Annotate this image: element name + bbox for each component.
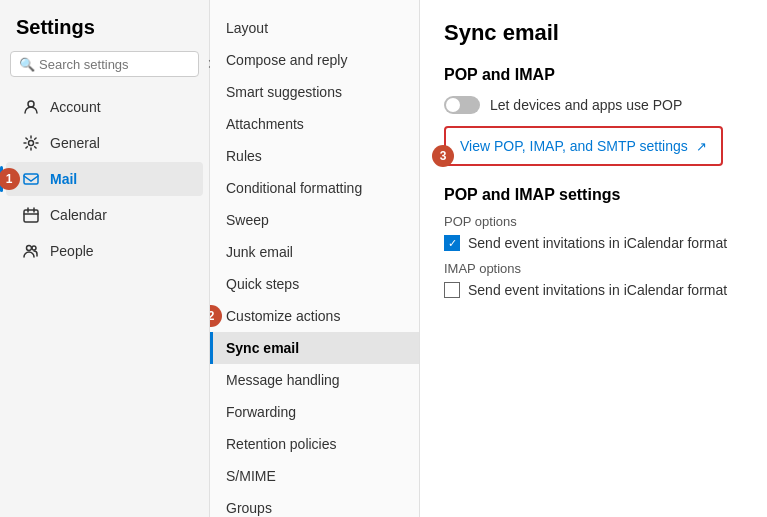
pop-checkbox-label: Send event invitations in iCalendar form… [468, 235, 727, 251]
middle-item-quicksteps[interactable]: Quick steps [210, 268, 419, 300]
gear-icon [22, 134, 40, 152]
middle-item-customize[interactable]: Customize actions [210, 300, 419, 332]
middle-item-attachments[interactable]: Attachments [210, 108, 419, 140]
sidebar-item-general[interactable]: General [6, 126, 203, 160]
middle-item-sync-wrap: Sync email [210, 332, 419, 364]
pop-imap-settings-title: POP and IMAP settings [444, 186, 743, 204]
search-icon: 🔍 [19, 57, 35, 72]
middle-item-rules[interactable]: Rules [210, 140, 419, 172]
people-icon [22, 242, 40, 260]
middle-panel: Layout Compose and reply Smart suggestio… [210, 0, 420, 517]
middle-item-smart[interactable]: Smart suggestions [210, 76, 419, 108]
middle-item-forwarding[interactable]: Forwarding [210, 396, 419, 428]
mail-icon [22, 170, 40, 188]
middle-item-retention-wrap: Retention policies [210, 428, 419, 460]
mail-badge: 1 [0, 168, 20, 190]
middle-item-junk[interactable]: Junk email [210, 236, 419, 268]
sidebar-item-account-label: Account [50, 99, 101, 115]
svg-rect-2 [24, 174, 38, 184]
pop-checkbox[interactable] [444, 235, 460, 251]
middle-item-sync[interactable]: Sync email [210, 332, 419, 364]
middle-item-layout[interactable]: Layout [210, 12, 419, 44]
view-pop-imap-smtp-link[interactable]: View POP, IMAP, and SMTP settings ↗ [444, 126, 723, 166]
search-box[interactable]: 🔍 ✕ [10, 51, 199, 77]
link-text[interactable]: View POP, IMAP, and SMTP settings [460, 138, 688, 154]
middle-item-conditional[interactable]: Conditional formatting [210, 172, 419, 204]
imap-options-label: IMAP options [444, 261, 743, 276]
middle-item-customize-wrap: 2 Customize actions [210, 300, 419, 332]
middle-item-sweep-wrap: Sweep [210, 204, 419, 236]
sidebar-item-mail[interactable]: 1 Mail [6, 162, 203, 196]
pop-checkbox-row: Send event invitations in iCalendar form… [444, 235, 743, 251]
sidebar-item-calendar-label: Calendar [50, 207, 107, 223]
left-panel: Settings 🔍 ✕ Account General 1 [0, 0, 210, 517]
middle-item-attachments-wrap: Attachments [210, 108, 419, 140]
link-badge: 3 [432, 145, 454, 167]
sidebar-item-people[interactable]: People [6, 234, 203, 268]
imap-checkbox[interactable] [444, 282, 460, 298]
calendar-icon [22, 206, 40, 224]
external-link-icon: ↗ [696, 139, 707, 154]
pop-toggle[interactable] [444, 96, 480, 114]
svg-rect-3 [24, 210, 38, 222]
link-box-wrap: 3 View POP, IMAP, and SMTP settings ↗ [444, 126, 723, 186]
middle-item-smime-wrap: S/MIME [210, 460, 419, 492]
pop-imap-section-title: POP and IMAP [444, 66, 743, 84]
middle-item-layout-wrap: Layout [210, 12, 419, 44]
middle-item-smime[interactable]: S/MIME [210, 460, 419, 492]
pop-toggle-label: Let devices and apps use POP [490, 97, 682, 113]
middle-item-forwarding-wrap: Forwarding [210, 396, 419, 428]
search-input[interactable] [39, 57, 207, 72]
middle-item-message-wrap: Message handling [210, 364, 419, 396]
middle-item-sweep[interactable]: Sweep [210, 204, 419, 236]
app-title: Settings [0, 16, 209, 51]
sidebar-item-general-label: General [50, 135, 100, 151]
page-title: Sync email [444, 20, 743, 46]
imap-checkbox-label: Send event invitations in iCalendar form… [468, 282, 727, 298]
middle-item-rules-wrap: Rules [210, 140, 419, 172]
middle-item-conditional-wrap: Conditional formatting [210, 172, 419, 204]
sidebar-item-calendar[interactable]: Calendar [6, 198, 203, 232]
middle-item-message[interactable]: Message handling [210, 364, 419, 396]
middle-item-groups-wrap: Groups [210, 492, 419, 517]
sidebar-item-mail-label: Mail [50, 171, 77, 187]
sidebar-item-people-label: People [50, 243, 94, 259]
sidebar-item-account[interactable]: Account [6, 90, 203, 124]
svg-point-0 [28, 101, 34, 107]
svg-point-1 [29, 141, 34, 146]
middle-item-compose[interactable]: Compose and reply [210, 44, 419, 76]
middle-item-junk-wrap: Junk email [210, 236, 419, 268]
person-icon [22, 98, 40, 116]
svg-point-5 [32, 246, 36, 250]
pop-options-label: POP options [444, 214, 743, 229]
svg-point-4 [27, 246, 32, 251]
right-panel: Sync email POP and IMAP Let devices and … [420, 0, 767, 517]
middle-item-retention[interactable]: Retention policies [210, 428, 419, 460]
middle-item-quicksteps-wrap: Quick steps [210, 268, 419, 300]
middle-item-groups[interactable]: Groups [210, 492, 419, 517]
middle-item-smart-wrap: Smart suggestions [210, 76, 419, 108]
imap-checkbox-row: Send event invitations in iCalendar form… [444, 282, 743, 298]
pop-toggle-row: Let devices and apps use POP [444, 96, 743, 114]
middle-item-compose-wrap: Compose and reply [210, 44, 419, 76]
